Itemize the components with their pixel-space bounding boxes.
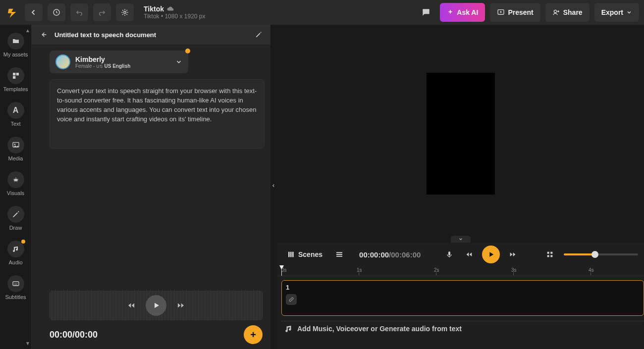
svg-rect-11 <box>288 252 290 257</box>
scroll-down-icon[interactable]: ▼ <box>25 341 30 346</box>
voice-avatar <box>55 54 70 69</box>
list-view-button[interactable] <box>332 248 346 261</box>
step-back-button[interactable] <box>462 248 476 261</box>
music-icon <box>7 241 24 257</box>
scene-number: 1 <box>286 284 640 291</box>
panel-collapse-handle[interactable] <box>268 166 278 205</box>
rail-label: Visuals <box>7 190 24 196</box>
tts-panel: Untitled text to speech document Kimberl… <box>32 25 271 349</box>
link-icon[interactable] <box>286 294 297 305</box>
waveform-preview <box>50 291 263 320</box>
rail-media[interactable]: Media <box>2 134 30 166</box>
audio-track-hint[interactable]: Add Music, Voiceover or Generate audio f… <box>281 321 644 336</box>
scenes-button[interactable]: Scenes <box>283 248 326 261</box>
rail-audio[interactable]: Audio <box>2 238 30 270</box>
svg-rect-17 <box>547 255 549 257</box>
svg-rect-13 <box>292 252 294 257</box>
cloud-icon <box>167 5 174 12</box>
left-rail: ▲ My assets Templates A Text Media Visua… <box>0 25 32 349</box>
zoom-slider[interactable] <box>564 253 638 255</box>
timeline-collapse-handle[interactable] <box>451 236 471 243</box>
rail-text[interactable]: A Text <box>2 99 30 132</box>
forward-button[interactable] <box>176 301 185 310</box>
timeline-panel: Scenes 00:00:00/00:06:00 <box>277 243 644 349</box>
top-bar: Tiktok Tiktok • 1080 x 1920 px Ask AI Pr… <box>0 0 644 25</box>
chevron-down-icon <box>175 58 182 65</box>
rewind-button[interactable] <box>127 301 136 310</box>
share-button[interactable]: Share <box>545 3 590 22</box>
ask-ai-label: Ask AI <box>457 8 478 16</box>
timeline-play-button[interactable] <box>482 246 500 263</box>
audio-hint-text: Add Music, Voiceover or Generate audio f… <box>297 325 462 333</box>
export-button[interactable]: Export <box>594 3 639 22</box>
share-label: Share <box>563 8 583 16</box>
voice-name: Kimberly <box>75 55 130 63</box>
svg-rect-15 <box>547 252 549 254</box>
edit-title-button[interactable] <box>253 29 265 41</box>
add-tts-button[interactable]: + <box>244 325 263 344</box>
play-preview-button[interactable] <box>146 295 166 316</box>
ask-ai-button[interactable]: Ask AI <box>440 3 485 22</box>
rail-draw[interactable]: Draw <box>2 203 30 236</box>
svg-point-8 <box>14 144 15 145</box>
rail-label: Text <box>10 121 20 127</box>
canvas-area[interactable] <box>277 25 644 243</box>
project-dimensions: Tiktok • 1080 x 1920 px <box>144 13 206 20</box>
rail-visuals[interactable]: Visuals <box>2 168 30 201</box>
rail-subtitles[interactable]: CC Subtitles <box>2 272 30 305</box>
pencil-icon <box>7 206 24 223</box>
ruler-tick: 0s <box>281 267 287 273</box>
rail-label: Templates <box>3 86 28 92</box>
mic-button[interactable] <box>442 248 456 261</box>
rail-my-assets[interactable]: My assets <box>2 30 30 62</box>
project-name: Tiktok <box>144 5 164 13</box>
svg-rect-4 <box>13 73 15 75</box>
scenes-label: Scenes <box>298 250 322 258</box>
notification-dot <box>185 49 190 53</box>
back-button[interactable] <box>25 3 43 21</box>
settings-button[interactable] <box>116 3 134 21</box>
tts-doc-title: Untitled text to speech document <box>54 31 248 39</box>
present-button[interactable]: Present <box>490 3 540 22</box>
step-forward-button[interactable] <box>506 248 520 261</box>
svg-text:CC: CC <box>14 283 18 286</box>
tts-header: Untitled text to speech document <box>32 25 270 45</box>
rail-label: Draw <box>9 225 22 231</box>
project-title-block[interactable]: Tiktok Tiktok • 1080 x 1920 px <box>144 5 206 20</box>
timeline-tracks[interactable]: 1 Add Music, Voiceover or Generate audio… <box>277 276 644 349</box>
comments-button[interactable] <box>417 3 435 21</box>
tts-timecode: 00:00/00:00 <box>50 330 244 340</box>
visuals-icon <box>7 171 24 188</box>
timeline-toolbar: Scenes 00:00:00/00:06:00 <box>277 243 644 266</box>
templates-icon <box>7 67 24 84</box>
ruler-tick: 2s <box>434 267 439 273</box>
panel-back-button[interactable] <box>38 29 50 41</box>
text-icon: A <box>7 102 24 119</box>
svg-rect-5 <box>16 73 18 75</box>
timeline-timecode: 00:00:00/00:06:00 <box>359 250 421 259</box>
sparkle-icon <box>447 9 454 16</box>
svg-point-3 <box>554 10 556 12</box>
scroll-up-icon[interactable]: ▲ <box>25 28 30 33</box>
app-logo[interactable] <box>5 5 20 20</box>
canvas-frame[interactable] <box>427 73 495 195</box>
undo-button[interactable] <box>70 3 88 21</box>
redo-button[interactable] <box>93 3 111 21</box>
ruler-tick: 3s <box>511 267 517 273</box>
ruler-tick: 1s <box>357 267 362 273</box>
rail-templates[interactable]: Templates <box>2 64 30 97</box>
rail-label: My assets <box>3 51 28 57</box>
tts-text-input[interactable]: Convert your text into speech straight f… <box>50 79 265 149</box>
rail-label: Audio <box>8 259 22 265</box>
subtitles-icon: CC <box>7 275 24 292</box>
svg-point-1 <box>124 11 126 14</box>
export-label: Export <box>601 8 623 16</box>
voice-selector[interactable]: Kimberly Female - US US English <box>50 50 188 73</box>
history-button[interactable] <box>48 3 65 21</box>
grid-toggle-button[interactable] <box>543 248 557 261</box>
chevron-down-icon <box>626 9 632 15</box>
timeline-ruler[interactable]: 0s 1s 2s 3s 4s <box>277 266 644 276</box>
image-icon <box>7 137 24 153</box>
scene-clip[interactable]: 1 <box>281 280 644 316</box>
audio-hint-icon <box>284 324 293 333</box>
